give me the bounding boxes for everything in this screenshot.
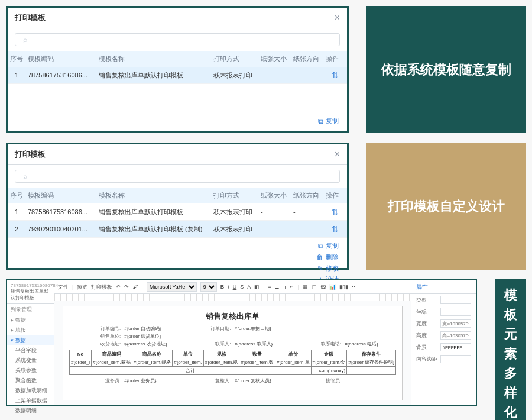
table-row[interactable]: 1 787586175316086... 销售复核出库单默认打印模板 积木报表打… bbox=[8, 67, 347, 84]
designer-toolbar: 文件| 预览 打印模板 ↶ ↷ 🖌| Microsoft YaHei 9 B I… bbox=[54, 280, 411, 294]
report-sheet: 销售复核出库单 订单编号:#{order.自动编码} 订单日期:#{order.… bbox=[63, 306, 403, 400]
template-table: 序号 模板编码 模板名称 打印方式 纸张大小 纸张方向 操作 1 7875861… bbox=[8, 51, 347, 84]
bold-icon[interactable]: B bbox=[220, 284, 225, 290]
col-name: 模板名称 bbox=[96, 51, 211, 67]
horizontal-ruler bbox=[54, 294, 411, 301]
modal-title: 打印模板 bbox=[15, 12, 46, 23]
prop-width-input[interactable] bbox=[440, 319, 471, 328]
sidebar-item[interactable]: ▸ 填报 bbox=[7, 325, 54, 335]
merge-icon[interactable]: ▦ bbox=[303, 284, 308, 290]
copy-icon: ⧉ bbox=[318, 117, 323, 125]
col-print: 打印方式 bbox=[211, 51, 258, 67]
row-action-icon[interactable]: ⇅ bbox=[323, 203, 347, 221]
doc-name: 销售复核出库单默认打印模板 bbox=[11, 288, 50, 301]
delete-icon: 🗑 bbox=[316, 253, 323, 261]
align-left-icon[interactable]: ≡ bbox=[268, 284, 271, 290]
prop-tab[interactable]: 属性 bbox=[411, 280, 476, 294]
prop-type-input[interactable] bbox=[440, 296, 471, 304]
search-icon: ⌕ bbox=[23, 35, 27, 44]
align-center-icon[interactable]: ≣ bbox=[275, 284, 280, 290]
sidebar-item-active[interactable]: ▾ 数据 bbox=[7, 335, 54, 345]
table-row[interactable]: 1 787586175316086... 销售复核出库单默认打印模板 积木报表打… bbox=[8, 203, 347, 221]
prop-pad-input[interactable] bbox=[440, 355, 471, 363]
wrap-icon[interactable]: ↵ bbox=[290, 284, 294, 290]
col-size: 纸张大小 bbox=[258, 51, 291, 67]
font-color-icon[interactable]: A bbox=[247, 284, 251, 290]
barcode-icon[interactable]: ▮▯▮ bbox=[339, 284, 348, 290]
caption-1: 依据系统模板随意复制 bbox=[366, 6, 526, 133]
sidebar-subitem[interactable]: 数据加载明细 bbox=[7, 386, 54, 396]
designer-sidebar: 787586175316086784 销售复核出库单默认打印模板 到录管理 ▸ … bbox=[7, 280, 54, 405]
template-designer: 787586175316086784 销售复核出库单默认打印模板 到录管理 ▸ … bbox=[6, 279, 477, 406]
close-icon[interactable]: × bbox=[335, 149, 340, 160]
strike-icon[interactable]: S bbox=[240, 284, 244, 290]
col-code: 模板编码 bbox=[25, 51, 96, 67]
search-box: ⌕ bbox=[15, 170, 340, 183]
tb-preview[interactable]: 预览 bbox=[77, 283, 87, 291]
sheet-title: 销售复核出库单 bbox=[69, 311, 396, 322]
detail-table: No 商品编码 商品名称 单位 规格 数量 单价 金额 储存条件 bbox=[69, 350, 396, 375]
template-table: 序号 模板编码 模板名称 打印方式 纸张大小 纸张方向 操作 1 7875861… bbox=[8, 188, 347, 238]
designer-canvas[interactable]: 销售复核出库单 订单编号:#{order.自动编码} 订单日期:#{order.… bbox=[54, 301, 411, 405]
modal-title: 打印模板 bbox=[15, 149, 46, 160]
valign-icon[interactable]: ⫞ bbox=[283, 284, 286, 290]
copy-icon: ⧉ bbox=[318, 242, 323, 250]
sidebar-item[interactable]: ▸ 数据 bbox=[7, 315, 54, 325]
row-action-icon[interactable]: ⇅ bbox=[323, 67, 347, 84]
doc-id: 787586175316086784 bbox=[11, 283, 50, 288]
tb-file[interactable]: 文件 bbox=[58, 283, 69, 291]
size-select[interactable]: 9 bbox=[200, 282, 217, 292]
redo-icon[interactable]: ↷ bbox=[124, 284, 129, 290]
copy-link[interactable]: ⧉复制 bbox=[318, 241, 339, 250]
print-template-modal-2: 打印模板 × ⌕ 序号 模板编码 模板名称 打印方式 纸张大小 纸张方向 操作 bbox=[6, 143, 349, 270]
caption-2: 打印模板自定义设计 bbox=[366, 143, 526, 270]
sidebar-subitem[interactable]: 平台字段 bbox=[7, 345, 54, 356]
edit-icon: ✎ bbox=[317, 264, 323, 273]
row-action-icon[interactable]: ⇅ bbox=[323, 221, 347, 238]
sidebar-subitem[interactable]: 上架单据数据 bbox=[7, 396, 54, 406]
prop-bg-input[interactable] bbox=[440, 343, 471, 351]
fill-color-icon[interactable]: ◧ bbox=[254, 284, 259, 290]
image-icon[interactable]: 🖼 bbox=[320, 284, 326, 290]
col-dir: 纸张方向 bbox=[291, 51, 323, 67]
italic-icon[interactable]: I bbox=[228, 284, 229, 290]
col-op: 操作 bbox=[323, 51, 347, 67]
caption-3: 模板元素多样化 bbox=[495, 279, 526, 420]
edit-link[interactable]: ✎修改 bbox=[317, 264, 339, 273]
delete-link[interactable]: 🗑删除 bbox=[316, 253, 339, 261]
font-select[interactable]: Microsoft YaHei bbox=[147, 282, 197, 292]
sidebar-subitem[interactable]: 关联参数 bbox=[7, 366, 54, 376]
border-icon[interactable]: ▢ bbox=[312, 284, 317, 290]
search-input[interactable] bbox=[15, 33, 340, 46]
col-index: 序号 bbox=[8, 51, 25, 67]
tb-tpl[interactable]: 打印模板 bbox=[91, 283, 112, 291]
table-row[interactable]: 2 793029010040201... 销售复核出库单默认打印模板 (复制) … bbox=[8, 221, 347, 238]
underline-icon[interactable]: U bbox=[233, 284, 237, 290]
search-icon: ⌕ bbox=[23, 172, 27, 180]
copy-link[interactable]: ⧉复制 bbox=[318, 117, 339, 125]
designer-main: 文件| 预览 打印模板 ↶ ↷ 🖌| Microsoft YaHei 9 B I… bbox=[54, 280, 411, 405]
sidebar-group: 到录管理 bbox=[7, 304, 54, 315]
prop-coord-input[interactable] bbox=[440, 308, 471, 316]
close-icon[interactable]: × bbox=[335, 12, 340, 23]
search-box: ⌕ bbox=[15, 33, 340, 46]
print-template-modal-1: 打印模板 × ⌕ 序号 模板编码 模板名称 打印方式 纸张大小 纸张方向 操作 bbox=[6, 6, 349, 133]
brush-icon[interactable]: 🖌 bbox=[132, 284, 138, 290]
sidebar-subitem[interactable]: 数据明细 bbox=[7, 406, 54, 416]
sidebar-subitem[interactable]: 系统变量 bbox=[7, 356, 54, 366]
undo-icon[interactable]: ↶ bbox=[116, 284, 121, 290]
search-input[interactable] bbox=[15, 170, 340, 183]
property-panel: 属性 类型 坐标 宽度 高度 背景 内容边距 bbox=[411, 280, 476, 405]
sidebar-subitem[interactable]: 聚合函数 bbox=[7, 376, 54, 386]
more-icon[interactable]: ⋯ bbox=[352, 284, 357, 290]
chart-icon[interactable]: 📊 bbox=[329, 284, 336, 290]
prop-height-input[interactable] bbox=[440, 331, 471, 340]
